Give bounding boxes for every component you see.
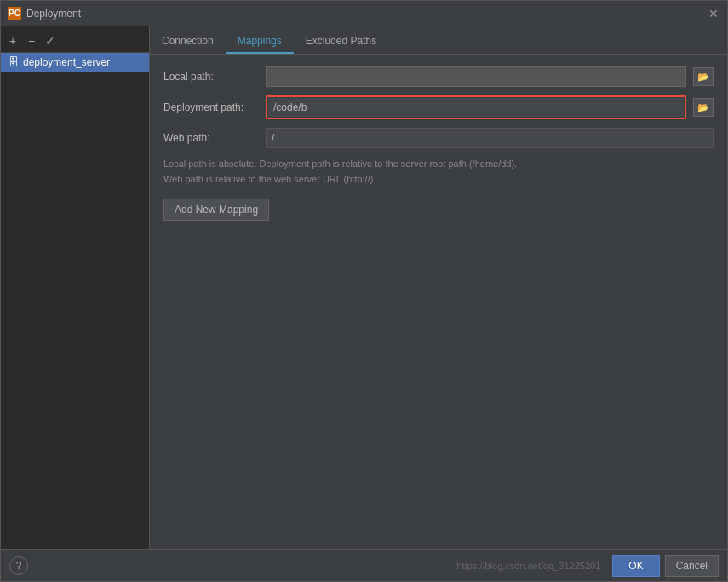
window-title: Deployment bbox=[26, 8, 81, 20]
confirm-button[interactable]: ✓ bbox=[42, 32, 59, 49]
local-path-input-wrap: 📂 bbox=[266, 66, 714, 87]
title-bar-left: PC Deployment bbox=[8, 7, 81, 20]
info-line1: Local path is absolute. Deployment path … bbox=[163, 157, 714, 172]
tab-connection[interactable]: Connection bbox=[150, 30, 226, 54]
mappings-content: Local path: 📂 Deployment path: 📂 bbox=[150, 55, 727, 549]
cancel-button[interactable]: Cancel bbox=[665, 555, 719, 577]
sidebar-item-label: deployment_server bbox=[23, 56, 110, 68]
local-path-browse-button[interactable]: 📂 bbox=[693, 67, 714, 86]
main-content: + − ✓ 🗄 deployment_server Connection Map… bbox=[1, 26, 727, 549]
web-path-input[interactable] bbox=[266, 128, 714, 148]
server-icon: 🗄 bbox=[8, 56, 20, 68]
title-bar: PC Deployment ✕ bbox=[1, 1, 727, 26]
close-button[interactable]: ✕ bbox=[707, 7, 720, 20]
add-mapping-wrap: Add New Mapping bbox=[163, 199, 714, 221]
deployment-path-input[interactable] bbox=[268, 98, 684, 117]
remove-server-button[interactable]: − bbox=[23, 32, 40, 49]
add-server-button[interactable]: + bbox=[4, 32, 21, 49]
deployment-browse-button[interactable]: 📂 bbox=[693, 98, 714, 117]
tab-mappings[interactable]: Mappings bbox=[226, 30, 294, 54]
local-path-row: Local path: 📂 bbox=[163, 66, 714, 87]
deployment-input-wrap bbox=[266, 95, 686, 119]
local-path-label: Local path: bbox=[163, 71, 266, 83]
sidebar-toolbar: + − ✓ bbox=[1, 30, 149, 53]
web-path-input-wrap bbox=[266, 128, 714, 148]
local-path-input[interactable] bbox=[266, 66, 686, 87]
add-new-mapping-button[interactable]: Add New Mapping bbox=[163, 199, 269, 221]
deployment-dialog: PC Deployment ✕ + − ✓ 🗄 deployment_serve… bbox=[0, 0, 728, 582]
tab-excluded-paths[interactable]: Excluded Paths bbox=[294, 30, 388, 54]
bottom-right: https://blog.csdn.net/qq_31225201 OK Can… bbox=[456, 555, 719, 577]
info-line2: Web path is relative to the web server U… bbox=[163, 172, 714, 187]
deployment-path-row: Deployment path: 📂 bbox=[163, 95, 714, 119]
info-text: Local path is absolute. Deployment path … bbox=[163, 157, 714, 187]
sidebar-item-server[interactable]: 🗄 deployment_server bbox=[1, 53, 149, 72]
bottom-bar: ? https://blog.csdn.net/qq_31225201 OK C… bbox=[1, 549, 727, 581]
deployment-path-label: Deployment path: bbox=[163, 101, 266, 113]
content-area: Connection Mappings Excluded Paths Local… bbox=[150, 26, 727, 549]
app-icon: PC bbox=[8, 7, 21, 20]
window-controls: ✕ bbox=[707, 7, 720, 20]
help-button[interactable]: ? bbox=[9, 556, 28, 575]
ok-button[interactable]: OK bbox=[612, 555, 659, 577]
status-url: https://blog.csdn.net/qq_31225201 bbox=[456, 561, 600, 571]
tabs: Connection Mappings Excluded Paths bbox=[150, 26, 727, 55]
web-path-label: Web path: bbox=[163, 132, 266, 144]
sidebar: + − ✓ 🗄 deployment_server bbox=[1, 26, 150, 549]
web-path-row: Web path: bbox=[163, 128, 714, 148]
